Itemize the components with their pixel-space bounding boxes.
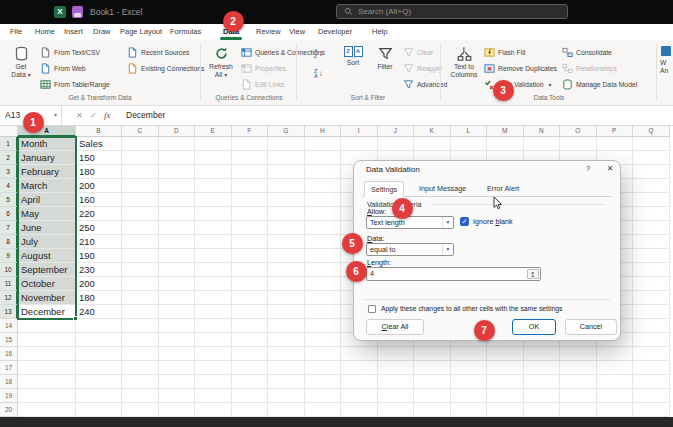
cell-G13[interactable] <box>268 305 305 319</box>
cell-O19[interactable] <box>560 389 597 403</box>
cell-M1[interactable] <box>487 137 524 151</box>
cell-A9[interactable]: August <box>18 249 76 263</box>
tab-draw[interactable]: Draw <box>93 24 111 40</box>
cell-A1[interactable]: Month <box>18 137 76 151</box>
cell-I16[interactable] <box>341 347 378 361</box>
what-if-analysis-button-partial[interactable]: W An <box>660 44 673 92</box>
cell-H4[interactable] <box>305 179 342 193</box>
cell-F5[interactable] <box>232 193 269 207</box>
queries-connections-button[interactable]: Queries & Connections <box>241 45 325 59</box>
row-header-11[interactable]: 11 <box>0 277 18 291</box>
cell-E7[interactable] <box>195 221 232 235</box>
cell-M18[interactable] <box>487 375 524 389</box>
cell-O20[interactable] <box>560 403 597 417</box>
cell-Q13[interactable] <box>633 305 670 319</box>
cell-B9[interactable]: 190 <box>76 249 122 263</box>
cell-M17[interactable] <box>487 361 524 375</box>
cell-A6[interactable]: May <box>18 207 76 221</box>
row-header-20[interactable]: 20 <box>0 403 18 417</box>
sort-button[interactable]: ZA Sort <box>338 44 368 92</box>
column-header-I[interactable]: I <box>341 126 378 137</box>
cell-F18[interactable] <box>232 375 269 389</box>
cell-A11[interactable]: October <box>18 277 76 291</box>
row-header-18[interactable]: 18 <box>0 375 18 389</box>
manage-data-model-button[interactable]: Manage Data Model <box>562 77 637 91</box>
cell-L1[interactable] <box>451 137 488 151</box>
cell-F19[interactable] <box>232 389 269 403</box>
tab-formulas[interactable]: Formulas <box>170 24 201 40</box>
cell-F6[interactable] <box>232 207 269 221</box>
clear-all-button[interactable]: Clear All <box>366 319 424 335</box>
cell-I1[interactable] <box>341 137 378 151</box>
cell-B1[interactable]: Sales <box>76 137 122 151</box>
cell-G17[interactable] <box>268 361 305 375</box>
cell-Q15[interactable] <box>633 333 670 347</box>
tab-home[interactable]: Home <box>35 24 55 40</box>
column-header-Q[interactable]: Q <box>633 126 670 137</box>
from-table-range-button[interactable]: From Table/Range <box>40 77 110 91</box>
ignore-blank-checkbox[interactable]: ✓ <box>460 217 469 226</box>
cell-A8[interactable]: July <box>18 235 76 249</box>
cell-L16[interactable] <box>451 347 488 361</box>
cell-Q7[interactable] <box>633 221 670 235</box>
cell-B11[interactable]: 200 <box>76 277 122 291</box>
cell-E15[interactable] <box>195 333 232 347</box>
cell-K16[interactable] <box>414 347 451 361</box>
cell-E12[interactable] <box>195 291 232 305</box>
cell-Q4[interactable] <box>633 179 670 193</box>
cell-Q16[interactable] <box>633 347 670 361</box>
cell-C15[interactable] <box>122 333 159 347</box>
cell-H2[interactable] <box>305 151 342 165</box>
cell-A17[interactable] <box>18 361 76 375</box>
cell-C10[interactable] <box>122 263 159 277</box>
search-input[interactable]: Search (Alt+Q) <box>336 4 568 19</box>
cell-H5[interactable] <box>305 193 342 207</box>
row-header-6[interactable]: 6 <box>0 207 18 221</box>
cell-D6[interactable] <box>159 207 196 221</box>
cell-B8[interactable]: 210 <box>76 235 122 249</box>
cell-P16[interactable] <box>597 347 634 361</box>
cell-B5[interactable]: 160 <box>76 193 122 207</box>
cell-C16[interactable] <box>122 347 159 361</box>
cell-G1[interactable] <box>268 137 305 151</box>
cell-G5[interactable] <box>268 193 305 207</box>
cell-E9[interactable] <box>195 249 232 263</box>
tab-insert[interactable]: Insert <box>64 24 83 40</box>
cell-C6[interactable] <box>122 207 159 221</box>
cell-E11[interactable] <box>195 277 232 291</box>
cell-J17[interactable] <box>378 361 415 375</box>
tab-file[interactable]: File <box>10 24 22 40</box>
cell-Q19[interactable] <box>633 389 670 403</box>
cell-A7[interactable]: June <box>18 221 76 235</box>
cell-L18[interactable] <box>451 375 488 389</box>
cell-Q1[interactable] <box>633 137 670 151</box>
dialog-tab-error-alert[interactable]: Error Alert <box>481 181 525 197</box>
cell-B20[interactable] <box>76 403 122 417</box>
cell-D4[interactable] <box>159 179 196 193</box>
length-input[interactable]: 4 ↥ <box>366 267 541 281</box>
column-header-P[interactable]: P <box>597 126 634 137</box>
cell-G20[interactable] <box>268 403 305 417</box>
cell-B7[interactable]: 250 <box>76 221 122 235</box>
column-header-B[interactable]: B <box>76 126 122 137</box>
cell-D10[interactable] <box>159 263 196 277</box>
cell-H8[interactable] <box>305 235 342 249</box>
cell-H9[interactable] <box>305 249 342 263</box>
from-web-button[interactable]: From Web <box>40 61 86 75</box>
cell-F17[interactable] <box>232 361 269 375</box>
cell-C11[interactable] <box>122 277 159 291</box>
cell-C9[interactable] <box>122 249 159 263</box>
cell-C14[interactable] <box>122 319 159 333</box>
cell-F7[interactable] <box>232 221 269 235</box>
cell-M19[interactable] <box>487 389 524 403</box>
cell-Q5[interactable] <box>633 193 670 207</box>
cell-H10[interactable] <box>305 263 342 277</box>
cell-H19[interactable] <box>305 389 342 403</box>
cell-I19[interactable] <box>341 389 378 403</box>
cell-G10[interactable] <box>268 263 305 277</box>
cell-I20[interactable] <box>341 403 378 417</box>
cell-C1[interactable] <box>122 137 159 151</box>
cell-C4[interactable] <box>122 179 159 193</box>
cell-A16[interactable] <box>18 347 76 361</box>
consolidate-button[interactable]: Consolidate <box>562 45 612 59</box>
